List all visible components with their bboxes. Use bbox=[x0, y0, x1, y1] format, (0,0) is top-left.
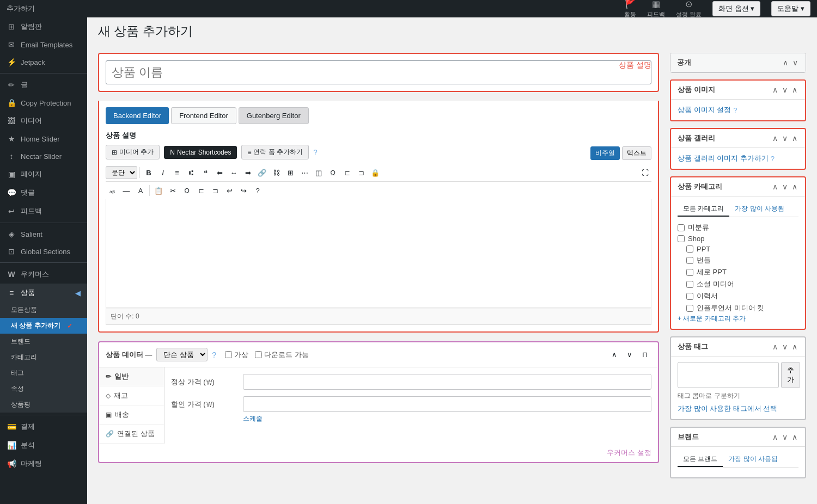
activity-item[interactable]: 🚩 활동 bbox=[624, 0, 636, 19]
table-button[interactable]: ⊞ bbox=[284, 166, 297, 179]
product-type-select[interactable]: 단순 상품 bbox=[156, 348, 208, 361]
sidebar-item-new-product[interactable]: 새 상품 추가하기 ✓ bbox=[0, 318, 87, 334]
feedback-top-item[interactable]: ▦ 피드백 bbox=[647, 0, 665, 19]
product-category-down-btn[interactable]: ∨ bbox=[781, 182, 789, 191]
sidebar-item-marketing[interactable]: 📢 마케팅 bbox=[0, 454, 87, 473]
tab-linked[interactable]: 🔗 연결된 상품 bbox=[99, 425, 164, 444]
product-name-input[interactable] bbox=[106, 60, 651, 84]
cat-sero-ppt-check[interactable] bbox=[686, 269, 693, 276]
sidebar-item-products[interactable]: ≡ 상품 ◀ bbox=[0, 284, 87, 302]
wp-more-button[interactable]: ◫ bbox=[312, 166, 325, 179]
product-gallery-add-link[interactable]: 상품 갤러리 이미지 추가하기 ? bbox=[678, 153, 798, 163]
product-image-up-btn[interactable]: ∧ bbox=[771, 85, 779, 94]
cat-bundle-check[interactable] bbox=[686, 257, 693, 264]
frontend-editor-button[interactable]: Frontend Editor bbox=[171, 107, 236, 124]
product-gallery-help[interactable]: ? bbox=[771, 155, 775, 163]
editor-help-icon[interactable]: ? bbox=[313, 148, 318, 157]
sidebar-item-category[interactable]: 카테고리 bbox=[0, 349, 87, 365]
sidebar-item-posts[interactable]: ✏ 글 bbox=[0, 76, 87, 94]
product-image-help[interactable]: ? bbox=[733, 106, 737, 114]
brand-down-btn[interactable]: ∨ bbox=[781, 433, 789, 441]
download-checkbox[interactable] bbox=[255, 351, 262, 358]
sidebar-item-tag[interactable]: 태그 bbox=[0, 365, 87, 381]
sidebar-item-home-slider[interactable]: ★ Home Slider bbox=[0, 130, 87, 147]
product-type-help[interactable]: ? bbox=[212, 351, 216, 359]
settings-item[interactable]: ⊙ 설정 완료 bbox=[676, 0, 702, 19]
lock-btn[interactable]: 🔒 bbox=[369, 166, 382, 179]
product-data-expand[interactable]: ⊓ bbox=[638, 348, 651, 361]
cat-resume-check[interactable] bbox=[686, 293, 693, 300]
product-tag-down-btn[interactable]: ∨ bbox=[781, 342, 789, 351]
media-add-button[interactable]: ⊞ 미디어 추가 bbox=[106, 145, 160, 159]
screen-options-button[interactable]: 화면 옵션 ▾ bbox=[712, 1, 760, 16]
cat-uncategorized-check[interactable] bbox=[678, 224, 685, 231]
brand-up-btn[interactable]: ∧ bbox=[771, 433, 779, 441]
sidebar-item-reviews[interactable]: 상품평 bbox=[0, 397, 87, 413]
outdent2-btn[interactable]: ⊐ bbox=[209, 184, 222, 197]
link-button[interactable]: 🔗 bbox=[255, 166, 269, 179]
tab-inventory[interactable]: ◇ 재고 bbox=[99, 386, 164, 405]
strikethrough-btn[interactable]: ₐᵦ bbox=[106, 184, 119, 197]
publish-down-btn[interactable]: ∨ bbox=[791, 58, 799, 67]
sidebar-item-payments[interactable]: 💳 결제 bbox=[0, 417, 87, 436]
cat-influencer-check[interactable] bbox=[686, 305, 693, 312]
visual-mode-button[interactable]: 비주얼 bbox=[590, 146, 620, 160]
sidebar-item-woocommerce[interactable]: W 우커머스 bbox=[0, 265, 87, 284]
sidebar-item-pages[interactable]: ▣ 페이지 bbox=[0, 165, 87, 183]
product-category-up-btn[interactable]: ∧ bbox=[771, 182, 779, 191]
cat-ppt-check[interactable] bbox=[686, 245, 693, 253]
product-image-down-btn[interactable]: ∨ bbox=[781, 85, 789, 94]
hr-btn[interactable]: — bbox=[120, 184, 133, 197]
blockquote-button[interactable]: ❝ bbox=[199, 166, 212, 179]
redo-btn[interactable]: ↪ bbox=[237, 184, 250, 197]
editor-content-area[interactable] bbox=[106, 199, 651, 308]
product-tag-up-btn[interactable]: ∧ bbox=[771, 342, 779, 351]
product-gallery-collapse-btn[interactable]: ∧ bbox=[791, 134, 798, 143]
product-gallery-up-btn[interactable]: ∧ bbox=[771, 134, 779, 143]
sale-price-input[interactable] bbox=[243, 396, 651, 412]
sidebar-item-email-templates[interactable]: ✉ Email Templates bbox=[0, 36, 87, 53]
tag-add-button[interactable]: 추가 bbox=[781, 362, 800, 388]
ol-button[interactable]: ⑆ bbox=[185, 166, 198, 179]
product-image-collapse-btn[interactable]: ∧ bbox=[791, 85, 798, 94]
product-category-collapse-btn[interactable]: ∧ bbox=[791, 182, 798, 191]
ul-button[interactable]: ≡ bbox=[170, 166, 184, 179]
tab-shipping[interactable]: ▣ 배송 bbox=[99, 405, 164, 425]
schedule-link[interactable]: 스케줄 bbox=[243, 415, 263, 422]
indent2-btn[interactable]: ⊏ bbox=[194, 184, 208, 197]
sidebar-item-media[interactable]: 🖼 미디어 bbox=[0, 112, 87, 130]
virtual-checkbox[interactable] bbox=[225, 351, 232, 358]
product-data-down[interactable]: ∨ bbox=[623, 348, 636, 361]
text-mode-button[interactable]: 텍스트 bbox=[622, 146, 651, 160]
brand-collapse-btn[interactable]: ∧ bbox=[791, 433, 798, 441]
help2-btn[interactable]: ? bbox=[251, 184, 264, 197]
cat-social-media-check[interactable] bbox=[686, 281, 693, 288]
sidebar-item-attributes[interactable]: 속성 bbox=[0, 381, 87, 397]
download-check[interactable]: 다운로드 가능 bbox=[255, 350, 309, 360]
special-chars[interactable]: Ω bbox=[326, 166, 339, 179]
backend-editor-button[interactable]: Backend Editor bbox=[106, 107, 169, 124]
all-categories-tab[interactable]: 모든 카테고리 bbox=[678, 202, 729, 217]
sidebar-item-dashboard[interactable]: ⊞ 알림판 bbox=[0, 17, 87, 36]
gutenberg-editor-button[interactable]: Gutenberg Editor bbox=[239, 107, 309, 124]
text-color-btn[interactable]: A bbox=[134, 184, 147, 197]
sidebar-item-all-products[interactable]: 모든상품 bbox=[0, 302, 87, 318]
product-image-set-link[interactable]: 상품 이미지 설정 ? bbox=[678, 105, 798, 115]
italic-button[interactable]: I bbox=[156, 166, 169, 179]
popular-brands-tab[interactable]: 가장 많이 사용됨 bbox=[723, 452, 783, 467]
tag-input[interactable] bbox=[678, 362, 779, 388]
sidebar-item-nectar-slider[interactable]: ↕ Nectar Slider bbox=[0, 147, 87, 165]
popular-categories-tab[interactable]: 가장 많이 사용됨 bbox=[729, 202, 790, 217]
popular-tags-link[interactable]: 가장 많이 사용한 태그에서 선택 bbox=[678, 404, 798, 414]
align-right-button[interactable]: ➡ bbox=[241, 166, 254, 179]
align-center-button[interactable]: ↔ bbox=[227, 166, 240, 179]
tab-general[interactable]: ✏ 일반 bbox=[99, 367, 164, 386]
sidebar-item-global-sections[interactable]: ⊡ Global Sections bbox=[0, 243, 87, 260]
add-category-link[interactable]: + 새로운 카테고리 추가 bbox=[678, 315, 746, 322]
undo-btn[interactable]: ↩ bbox=[223, 184, 236, 197]
more-button[interactable]: ⋯ bbox=[298, 166, 311, 179]
product-data-up[interactable]: ∧ bbox=[608, 348, 621, 361]
product-tag-collapse-btn[interactable]: ∧ bbox=[791, 342, 798, 351]
unlink-button[interactable]: ⛓ bbox=[270, 166, 283, 179]
contact-form-button[interactable]: ≡ 연락 폼 추가하기 bbox=[241, 145, 309, 159]
